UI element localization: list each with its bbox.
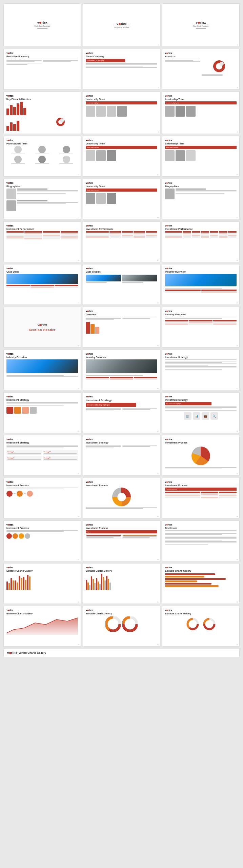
area-chart-43 [6, 616, 78, 635]
logo-37: vrtex [6, 524, 78, 526]
logo-10: vrtex [6, 139, 78, 141]
page-num-4: 4 [79, 87, 79, 88]
title-29: Investment Strategy [86, 399, 157, 402]
bar-chart-41 [86, 573, 157, 590]
gallery-title-banner: vrtex vortex Charts Gallery [3, 649, 240, 657]
slide-23[interactable]: vrtex Overview [83, 307, 160, 348]
page-num-8: 8 [158, 131, 159, 133]
slide-21[interactable]: vrtex Industry Overview 21 [162, 264, 240, 305]
page-num-10: 10 [78, 174, 79, 176]
slide-22[interactable]: vrtex Section Header 22 [3, 307, 81, 348]
slide-17[interactable]: vrtex Investment Performance [83, 221, 160, 262]
slide-35[interactable]: vrtex Investment Process 35 [83, 478, 160, 518]
page-num-24: 24 [237, 345, 238, 347]
slide-15[interactable]: vrtex Biographies 15 [162, 179, 240, 219]
slide-31[interactable]: vrtex Investment Strategy Strategy A Str… [3, 435, 81, 476]
slide-42[interactable]: vrtex Editable Charts Gallery [162, 563, 240, 604]
slide-13[interactable]: vrtex Biographies 13 [3, 179, 81, 219]
logo-13: vrtex [6, 182, 78, 184]
page-num-41: 41 [157, 601, 159, 603]
slide-37[interactable]: vrtex Investment Process 37 [3, 520, 81, 561]
bar-chart-7 [6, 102, 78, 115]
slide-1[interactable]: vortex vrtex Pitch Book Template 1 [3, 3, 81, 47]
slide-8[interactable]: vrtex Leadership Team Leadership highlig… [83, 92, 160, 134]
title-9: Leadership Team [165, 98, 237, 100]
title-28: Investment Strategy [6, 399, 78, 401]
slide-30[interactable]: vrtex Investment Strategy Key investment… [162, 392, 240, 433]
slide-7[interactable]: vrtex Key Financial Metrics [3, 92, 81, 134]
slide-40[interactable]: vrtex Editable Charts Gallery [3, 563, 81, 604]
slide-18[interactable]: vrtex Investment Performance [162, 221, 240, 262]
logo-14: vrtex [86, 182, 157, 184]
slide-39[interactable]: vrtex Disclosure 39 [162, 520, 240, 561]
slide-row-10: vrtex Investment Strategy 28 vrtex Inves… [3, 392, 240, 433]
slide-24[interactable]: vrtex Industry Overview [162, 307, 240, 348]
slide-27[interactable]: vrtex Investment Strategy 27 [162, 350, 240, 390]
title-5: About Company [86, 55, 157, 58]
page-num-34: 34 [78, 516, 79, 517]
logo-7: vrtex [6, 95, 78, 97]
title-8: Leadership Team [86, 98, 157, 100]
slide-row-6: vrtex Investment Performance [3, 221, 240, 262]
page-num-26: 26 [157, 388, 159, 389]
slide-29[interactable]: vrtex Investment Strategy Investment Str… [83, 392, 160, 433]
slide-16[interactable]: vrtex Investment Performance [3, 221, 81, 262]
page-num-19: 19 [78, 302, 79, 304]
slide-6[interactable]: vrtex About Us [162, 49, 240, 90]
page-num-35: 35 [157, 516, 159, 517]
pie-charts-44 [86, 616, 157, 633]
logo-4: vrtex [6, 52, 78, 54]
slide-19[interactable]: vrtex Case Study 19 [3, 264, 81, 305]
slide-5[interactable]: vrtex About Company Investment Philosoph… [83, 49, 160, 90]
slide-44[interactable]: vrtex Editable Charts Gallery [83, 606, 160, 647]
slide-11[interactable]: vrtex Leadership Team About team member … [83, 136, 160, 177]
slide-25[interactable]: vrtex Industry Overview 25 [3, 350, 81, 390]
slide-4[interactable]: vrtex Executive Summary [3, 49, 81, 90]
slide-row-1: vortex vrtex Pitch Book Template 1 vorte… [3, 3, 240, 47]
slide-45[interactable]: vrtex Editable Charts Gallery [162, 606, 240, 647]
slide-14[interactable]: vrtex Leadership Team About team member … [83, 179, 160, 219]
logo-31: vrtex [6, 438, 78, 440]
team-grid-10 [6, 146, 78, 164]
gallery-container: vortex vrtex Pitch Book Template 1 vorte… [0, 0, 243, 660]
slide-43[interactable]: vrtex Editable Charts Gallery 43 [3, 606, 81, 647]
title-34: Investment Process [6, 484, 78, 487]
slide-36[interactable]: vrtex Investment Process Process overvie… [162, 478, 240, 518]
title-12: Leadership Team [165, 142, 237, 145]
slide-41[interactable]: vrtex Editable Charts Gallery [83, 563, 160, 604]
slide-20[interactable]: vrtex Case Studies 20 [83, 264, 160, 305]
svg-point-13 [206, 622, 212, 627]
title-11: Leadership Team [86, 142, 157, 145]
profile-row-11 [86, 150, 157, 161]
page-num-12: 12 [237, 174, 238, 176]
highlight-box-5: Investment Philosophy [86, 59, 125, 62]
title-10: Professional Team [6, 142, 78, 145]
logo-24: vrtex [165, 310, 237, 312]
page-num-3: 3 [237, 44, 238, 46]
page-num-14: 14 [157, 217, 159, 218]
slide-12[interactable]: vrtex Leadership Team About team member … [162, 136, 240, 177]
title-39: Disclosure [165, 527, 237, 529]
page-num-17: 17 [157, 259, 159, 261]
slide-row-14: vrtex Editable Charts Gallery [3, 563, 240, 604]
slide-2[interactable]: vortex vrtex Pitch Book Template 2 [83, 3, 160, 47]
page-num-39: 39 [237, 558, 238, 560]
slide-10[interactable]: vrtex Professional Team [3, 136, 81, 177]
slide-26[interactable]: vrtex Industry Overview 26 [83, 350, 160, 390]
section-header-label: Section Header [29, 328, 56, 332]
slide-32[interactable]: vrtex Investment Strategy [83, 435, 160, 476]
logo-34: vrtex [6, 481, 78, 483]
slide-9[interactable]: vrtex Leadership Team Leadership highlig… [162, 92, 240, 134]
process-circle-33 [191, 447, 210, 465]
slide-34[interactable]: vrtex Investment Process 34 [3, 478, 81, 518]
slide-38[interactable]: vrtex Investment Process Stages 38 [83, 520, 160, 561]
slide-28[interactable]: vrtex Investment Strategy 28 [3, 392, 81, 433]
slide-row-9: vrtex Industry Overview 25 vrtex Industr… [3, 350, 240, 390]
horiz-bars-42 [165, 573, 237, 587]
page-num-33: 33 [237, 473, 238, 475]
page-num-45: 45 [237, 644, 238, 646]
slide-33[interactable]: vrtex Investment Process 33 [162, 435, 240, 476]
page-num-11: 11 [157, 174, 159, 176]
gallery-title-text: vortex Charts Gallery [19, 651, 46, 654]
slide-3[interactable]: vortex vrtex Pitch Book Template 3 [162, 3, 240, 47]
